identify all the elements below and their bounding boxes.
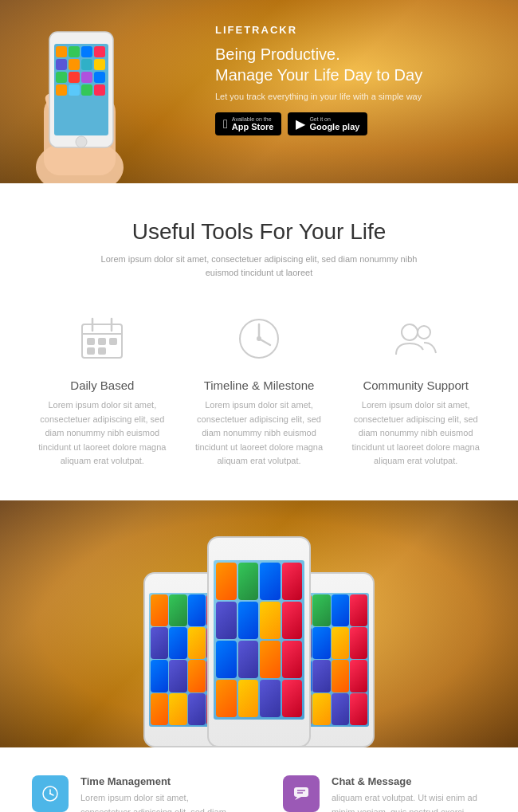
feature-chat-message: Chat & Message aliquam erat volutpat. Ut… [283,775,486,812]
phones-section [0,500,518,747]
hero-phone-hand [16,16,143,183]
iphone-center-screen [214,560,304,720]
google-play-button[interactable]: ▶ Get it on Google play [288,112,367,135]
tool-item-daily: Daily Based Lorem ipsum dolor sit amet, … [32,311,173,469]
svg-rect-18 [69,72,80,83]
tool-text-daily: Lorem ipsum dolor sit amet, consectetuer… [32,398,173,469]
svg-rect-13 [56,59,67,70]
svg-rect-14 [69,59,80,70]
tools-title: Useful Tools For Your Life [32,219,486,245]
feature-time-management: Time Management Lorem ipsum dolor sit am… [32,775,235,812]
svg-rect-12 [94,46,105,57]
time-management-text: Time Management Lorem ipsum dolor sit am… [80,775,235,812]
chat-message-icon-box [283,775,320,812]
chat-message-text: Chat & Message aliquam erat volutpat. Ut… [332,775,486,812]
iphone-center-body [207,536,311,747]
svg-rect-9 [56,46,67,57]
tool-text-timeline: Lorem ipsum dolor sit amet, consectetuer… [189,398,330,469]
store-buttons:  Available on the App Store ▶ Get it on… [215,112,422,135]
hero-subtitle: Let you track everything in your life wi… [215,92,422,101]
tool-name-daily: Daily Based [32,379,173,392]
svg-rect-16 [94,59,105,70]
tools-description: Lorem ipsum dolor sit amet, consectetuer… [100,253,418,279]
hero-title: Being Productive. Manage Your Life Day t… [215,44,422,85]
svg-rect-33 [88,348,94,354]
google-play-text: Get it on Google play [309,116,359,131]
svg-rect-22 [69,84,80,96]
hero-title-line2: Manage Your Life Day to Day [215,65,422,85]
tool-icon-community [388,311,444,367]
appstore-text: Available on the App Store [232,116,274,131]
phones-container [0,536,518,747]
svg-rect-10 [69,46,80,57]
hero-section: LIFETRACKR Being Productive. Manage Your… [0,0,518,183]
time-management-title: Time Management [80,775,235,787]
tools-section: Useful Tools For Your Life Lorem ipsum d… [0,183,518,500]
tool-item-timeline: Timeline & Milestone Lorem ipsum dolor s… [189,311,330,469]
tools-grid: Daily Based Lorem ipsum dolor sit amet, … [32,311,486,469]
svg-point-25 [76,136,87,147]
svg-point-39 [402,324,418,340]
svg-rect-23 [81,84,92,96]
time-management-desc: Lorem ipsum dolor sit amet, consectetuer… [80,791,235,812]
svg-rect-34 [99,348,105,354]
features-section: Time Management Lorem ipsum dolor sit am… [0,747,518,812]
svg-rect-19 [81,72,92,83]
tool-text-community: Lorem ipsum dolor sit amet, consectetuer… [345,398,486,469]
tool-name-community: Community Support [345,379,486,392]
tool-item-community: Community Support Lorem ipsum dolor sit … [345,311,486,469]
google-play-icon: ▶ [296,116,305,131]
tool-name-timeline: Timeline & Milestone [189,379,330,392]
appstore-button[interactable]:  Available on the App Store [215,112,281,135]
svg-point-44 [49,793,51,794]
iphone-center [207,536,311,747]
chat-message-desc: aliquam erat volutpat. Ut wisi enim ad m… [332,791,486,812]
svg-rect-24 [94,84,105,96]
svg-rect-30 [88,339,94,344]
svg-marker-46 [295,797,301,800]
hero-brand: LIFETRACKR [215,24,422,36]
svg-rect-20 [94,72,105,83]
svg-rect-31 [99,339,105,344]
svg-rect-21 [56,84,67,96]
svg-rect-45 [294,787,308,797]
apple-icon:  [223,117,228,131]
svg-rect-11 [81,46,92,57]
hero-content: LIFETRACKR Being Productive. Manage Your… [215,24,422,135]
svg-point-38 [257,337,261,340]
svg-rect-17 [56,72,67,83]
tool-icon-calendar [74,311,130,367]
svg-rect-15 [81,59,92,70]
chat-message-title: Chat & Message [332,775,486,787]
time-management-icon-box [32,775,69,812]
tool-icon-clock [231,311,287,367]
svg-point-40 [418,326,430,339]
svg-rect-32 [110,339,116,344]
hero-title-line1: Being Productive. [215,44,422,65]
